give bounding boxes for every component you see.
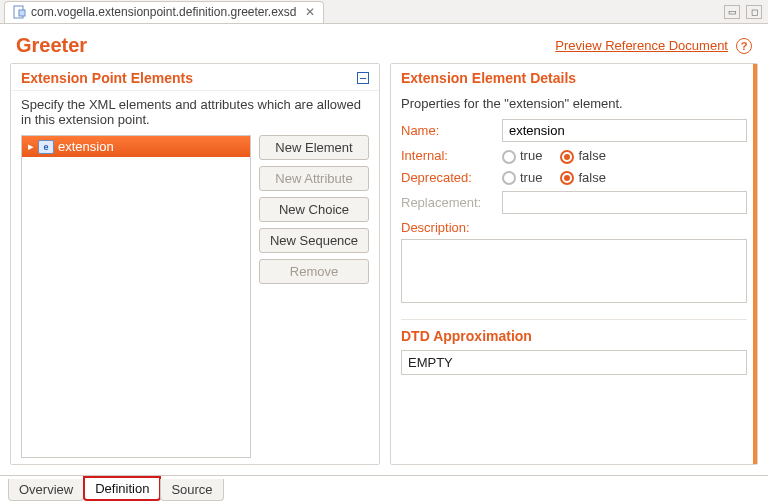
page-header: Greeter Preview Reference Document ?	[0, 24, 768, 63]
name-label: Name:	[401, 123, 496, 138]
collapse-icon[interactable]	[357, 72, 369, 84]
dtd-section-title: DTD Approximation	[401, 319, 747, 344]
name-field[interactable]	[502, 119, 747, 142]
replacement-label: Replacement:	[401, 195, 496, 210]
editor-body: Greeter Preview Reference Document ? Ext…	[0, 24, 768, 501]
dtd-box: EMPTY	[401, 350, 747, 375]
close-icon[interactable]: ✕	[305, 5, 315, 19]
accent-bar	[753, 64, 757, 464]
new-element-button[interactable]: New Element	[259, 135, 369, 160]
new-choice-button[interactable]: New Choice	[259, 197, 369, 222]
tree-item-extension[interactable]: ▸ e extension	[22, 136, 250, 157]
preview-reference-link[interactable]: Preview Reference Document	[555, 38, 728, 53]
deprecated-label: Deprecated:	[401, 170, 496, 185]
deprecated-false-radio[interactable]: false	[560, 170, 605, 186]
page-title: Greeter	[16, 34, 87, 57]
help-icon[interactable]: ?	[736, 38, 752, 54]
right-panel-subtitle: Properties for the "extension" element.	[401, 96, 747, 111]
internal-label: Internal:	[401, 148, 496, 163]
description-textarea[interactable]	[401, 239, 747, 303]
tab-overview[interactable]: Overview	[8, 479, 84, 501]
minimize-button[interactable]: ▭	[724, 5, 740, 19]
schema-file-icon	[13, 5, 27, 19]
elements-tree[interactable]: ▸ e extension	[21, 135, 251, 458]
deprecated-true-radio[interactable]: true	[502, 170, 542, 186]
tab-definition[interactable]: Definition	[83, 476, 161, 501]
bottom-tabbar: Overview Definition Source	[0, 475, 768, 501]
maximize-button[interactable]: ◻	[746, 5, 762, 19]
tree-item-label: extension	[58, 139, 114, 154]
remove-button: Remove	[259, 259, 369, 284]
editor-tabbar: com.vogella.extensionpoint.definition.gr…	[0, 0, 768, 24]
editor-tab-active[interactable]: com.vogella.extensionpoint.definition.gr…	[4, 1, 324, 23]
extension-element-details-panel: Extension Element Details Properties for…	[390, 63, 758, 465]
replacement-field[interactable]	[502, 191, 747, 214]
new-sequence-button[interactable]: New Sequence	[259, 228, 369, 253]
left-panel-title: Extension Point Elements	[21, 70, 193, 86]
chevron-right-icon: ▸	[28, 140, 34, 153]
left-panel-desc: Specify the XML elements and attributes …	[21, 97, 369, 127]
svg-rect-1	[19, 10, 25, 16]
extension-point-elements-panel: Extension Point Elements Specify the XML…	[10, 63, 380, 465]
description-label: Description:	[401, 220, 747, 235]
internal-false-radio[interactable]: false	[560, 148, 605, 164]
new-attribute-button: New Attribute	[259, 166, 369, 191]
element-icon: e	[38, 140, 54, 154]
tab-source[interactable]: Source	[160, 479, 223, 501]
internal-true-radio[interactable]: true	[502, 148, 542, 164]
right-panel-title: Extension Element Details	[401, 70, 576, 86]
editor-tab-label: com.vogella.extensionpoint.definition.gr…	[31, 5, 297, 19]
tree-buttons: New Element New Attribute New Choice New…	[259, 135, 369, 458]
